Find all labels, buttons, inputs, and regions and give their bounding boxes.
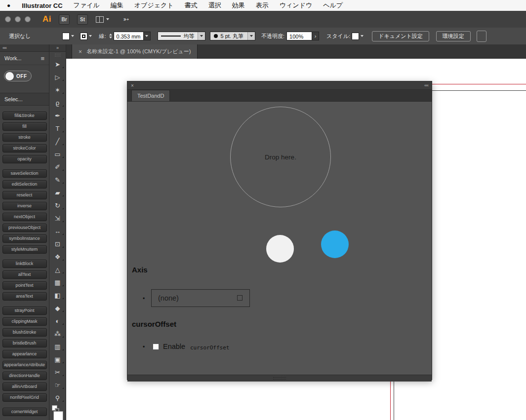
dock-button-allin-artboard[interactable]: allinArtboard [2, 382, 47, 391]
tool-width[interactable]: ↔ [49, 225, 66, 237]
dock-button-fill[interactable]: fill [2, 122, 47, 131]
menu-select[interactable]: 選択 [203, 1, 227, 10]
tool-lasso[interactable]: ϱ [49, 96, 66, 109]
dock-button-fill-stroke[interactable]: fill&Stroke [2, 112, 47, 120]
menu-app-name[interactable]: Illustrator CC [16, 2, 68, 9]
menu-file[interactable]: ファイル [68, 1, 105, 10]
dock-button-appearlance[interactable]: appearlance [2, 350, 47, 358]
tab-testdandd[interactable]: TestDandD [131, 90, 170, 101]
dock-button-symbol-instance[interactable]: symbolInstance [2, 234, 47, 243]
dock-button-stroke-color[interactable]: strokeColor [2, 144, 47, 153]
dock-button-inverse[interactable]: inverse [2, 202, 47, 210]
menu-object[interactable]: オブジェクト [129, 1, 179, 10]
clipped-control-button[interactable] [477, 31, 486, 42]
fill-color-swatch[interactable] [53, 411, 63, 420]
window-minimize-button[interactable] [15, 16, 21, 22]
dock-button-clipping-mask[interactable]: clippingMask [2, 317, 47, 326]
tool-slice[interactable]: ✂ [49, 366, 66, 379]
enable-checkbox[interactable] [153, 344, 159, 350]
blue-circle[interactable] [321, 230, 349, 258]
dock-button-bristle-brush[interactable]: bristleBrush [2, 339, 47, 347]
dock-button-point-text[interactable]: pointText [2, 281, 47, 290]
bridge-button[interactable]: Br [59, 14, 70, 25]
arrange-documents-button[interactable] [96, 16, 109, 23]
dock-button-stroke[interactable]: stroke [2, 133, 47, 142]
tool-direct-selection[interactable]: ▷ [49, 71, 66, 83]
tool-blend[interactable]: ◐ [49, 314, 66, 327]
dock-button-style-mnu-item[interactable]: styleMnuItem [2, 245, 47, 254]
dock-button-stray-point[interactable]: strayPoint [2, 306, 47, 315]
tool-scale[interactable]: ⇲ [49, 212, 66, 225]
profile-dropdown-button[interactable] [198, 32, 205, 40]
expand-tools-icon[interactable]: » [56, 45, 59, 50]
panel-resize-grip[interactable] [127, 375, 432, 382]
dock-button-edit-selection[interactable]: editSelection [2, 180, 47, 189]
tool-rectangle[interactable]: ▭ [49, 148, 66, 160]
menu-edit[interactable]: 編集 [105, 1, 129, 10]
opacity-field[interactable]: 100% [286, 32, 312, 40]
drop-target-circle[interactable]: Drop here. [230, 107, 331, 207]
menu-window[interactable]: ウィンドウ [274, 1, 318, 10]
tool-zoom[interactable]: ⚲ [49, 391, 66, 404]
tool-shape-builder[interactable]: ❖ [49, 250, 66, 263]
dock-button-area-text[interactable]: areaText [2, 292, 47, 301]
dock-button-nonfit-pixel-grid[interactable]: nonfitPixelGrid [2, 393, 47, 402]
tool-perspective-grid[interactable]: △ [49, 263, 66, 276]
stroke-color-dropdown[interactable] [79, 32, 93, 41]
menu-help[interactable]: ヘルプ [318, 1, 348, 10]
tool-gradient[interactable]: ◧ [49, 289, 66, 302]
tool-rotate[interactable]: ↻ [49, 199, 66, 212]
dock-button-next-object[interactable]: nextObject [2, 213, 47, 221]
tool-mesh[interactable]: ▦ [49, 276, 66, 289]
dock-button-link-block[interactable]: linkBlock [2, 260, 47, 268]
dock-button-corner-widget[interactable]: cornerWidget [2, 408, 47, 416]
tool-selection[interactable]: ➤ [49, 58, 66, 71]
dock-button-direction-handle[interactable]: directionHandle [2, 372, 47, 380]
stroke-profile-dropdown[interactable]: 均等 [158, 32, 205, 40]
stroke-weight-stepper[interactable] [109, 34, 112, 38]
dock-button-blush-stroke[interactable]: blushStroke [2, 328, 47, 337]
dock-button-reselect[interactable]: reselect [2, 191, 47, 199]
tool-type[interactable]: T [49, 122, 66, 135]
document-setup-button[interactable]: ドキュメント設定 [372, 31, 429, 41]
stroke-weight-dropdown-button[interactable] [144, 32, 151, 40]
white-circle[interactable] [266, 235, 294, 263]
tool-paintbrush[interactable]: ✐ [49, 160, 66, 173]
tool-artboard[interactable]: ▣ [49, 353, 66, 366]
dock-button-appearlance-attribute[interactable]: appearlanceAttribute [2, 361, 47, 369]
tool-symbol-sprayer[interactable]: ⁂ [49, 327, 66, 340]
stock-button[interactable]: St [77, 14, 88, 25]
dock-button-opacity[interactable]: opacity [2, 155, 47, 163]
window-close-button[interactable] [5, 16, 11, 22]
axis-dropdown[interactable]: (none) [151, 289, 250, 307]
panel-header[interactable]: × «« [127, 81, 432, 90]
canvas[interactable]: × «« TestDandD Drop here. Axis • (none) … [66, 59, 526, 420]
tool-magic-wand[interactable]: ✶ [49, 83, 66, 96]
tool-pen[interactable]: ✒ [49, 109, 66, 122]
window-zoom-button[interactable] [25, 16, 31, 22]
fill-color-dropdown[interactable] [61, 32, 76, 41]
panel-close-icon[interactable]: × [131, 83, 134, 88]
brush-dropdown-button[interactable] [247, 32, 255, 40]
dock-button-previouse-object[interactable]: previouseObject [2, 224, 47, 232]
dock-button-save-selection[interactable]: saveSelection [2, 169, 47, 178]
menu-view[interactable]: 表示 [250, 1, 274, 10]
preferences-button[interactable]: 環境設定 [436, 31, 471, 41]
opacity-options-button[interactable]: › [312, 32, 319, 40]
style-dropdown[interactable] [350, 32, 365, 41]
tool-pencil[interactable]: ✎ [49, 173, 66, 186]
stroke-weight-field[interactable]: 0.353 mm [114, 32, 151, 40]
tool-free-transform[interactable]: ⊡ [49, 237, 66, 250]
tool-column-graph[interactable]: ▥ [49, 340, 66, 353]
tab-close-icon[interactable]: × [79, 48, 82, 55]
collapse-dock-icon[interactable]: «« [2, 45, 6, 50]
document-tab[interactable]: × 名称未設定-1 @ 100% (CMYK/プレビュー) [72, 44, 198, 59]
off-toggle[interactable]: OFF [4, 71, 32, 81]
dock-button-all-text[interactable]: allText [2, 270, 47, 279]
brush-dropdown[interactable]: 5 pt. 丸筆 [210, 32, 255, 40]
tools-grip[interactable] [49, 52, 66, 58]
menu-type[interactable]: 書式 [179, 1, 203, 10]
tool-hand[interactable]: ☞ [49, 379, 66, 391]
stroke-weight-value[interactable]: 0.353 mm [114, 32, 144, 40]
tool-eraser[interactable]: ▰ [49, 186, 66, 199]
